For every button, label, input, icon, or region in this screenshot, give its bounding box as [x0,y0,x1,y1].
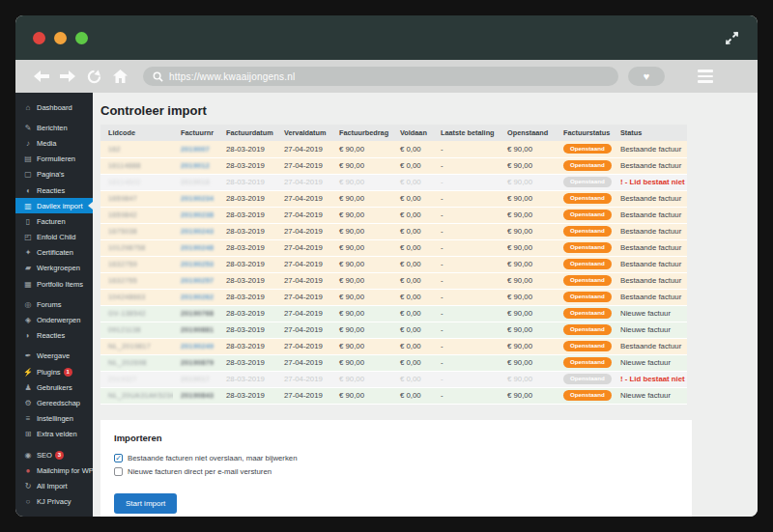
redacted-value: 162 [108,146,121,153]
invoice-row[interactable]: 16598472019023428-03-201927-04-2019€ 90,… [100,190,687,207]
sidebar-item-weergave[interactable]: ✒Weergave [15,349,93,364]
invoice-row[interactable]: 16114888201901228-03-201927-04-2019€ 90,… [100,157,687,174]
start-import-button[interactable]: Start import [114,493,177,514]
cell-factuurdatum: 28-03-2019 [218,256,276,272]
redacted-value: 09121138 [108,326,141,333]
invoice-row[interactable]: 1042486632019026228-03-201927-04-2019€ 9… [100,289,687,305]
cell-openstaand: € 90,00 [500,157,556,174]
forward-button[interactable] [57,66,78,87]
sidebar-item-media[interactable]: ♪Media [15,135,93,151]
sidebar-item-all-import[interactable]: ↻All Import [15,478,93,493]
cell-factuurstatus: Openstaand [556,338,613,354]
sidebar-item-portfolio-items[interactable]: ▦Portfolio Items [15,276,93,292]
invoice-row[interactable]: GV-1385422019076828-03-201927-04-2019€ 9… [100,305,687,322]
cell-factuurstatus: Openstaand [556,256,613,272]
checkbox-row-email-new[interactable]: Nieuwe facturen direct per e-mail verstu… [114,467,678,476]
address-bar[interactable]: https://www.kwaaijongens.nl [143,67,618,86]
invoice-row[interactable]: 1012987582019024828-03-201927-04-2019€ 9… [100,239,687,256]
invoice-row[interactable]: 2019327201901728-03-201927-04-2019€ 90,0… [100,371,687,387]
cell-factuurdatum: 28-03-2019 [218,174,276,190]
sidebar-item-onderwerpen[interactable]: ◈Onderwerpen [15,312,93,327]
sidebar-item-gebruikers[interactable]: ♟Gebruikers [15,379,93,395]
cell-laatste-betaling: - [433,272,500,289]
invoice-row[interactable]: 16750382019024328-03-201927-04-2019€ 90,… [100,223,687,239]
cell-factuurnr: 2019017 [173,371,218,387]
factuurstatus-badge: Openstaand [563,193,612,203]
invoice-row[interactable]: NL_20UA31AK52342019084328-03-201927-04-2… [100,387,687,404]
cell-voldaan: € 0,00 [392,239,433,256]
theme-icon: ◰ [23,233,33,241]
cell-lidcode: 162 [100,141,173,157]
redacted-value: 20190253 [181,261,214,267]
cell-status: Nieuwe factuur [613,387,687,404]
update-existing-checkbox[interactable]: ✓ [114,454,123,462]
sidebar-item-reacties[interactable]: ◖Reacties [15,182,93,198]
cell-status: Bestaande factuur [613,239,687,256]
maximize-window-button[interactable] [75,32,88,44]
checkbox-label: Nieuwe facturen direct per e-mail verstu… [128,467,272,476]
sidebar-item-facturen[interactable]: ▯Facturen [15,213,93,229]
invoice-row[interactable]: 16114602201901828-03-201927-04-2019€ 90,… [100,174,687,190]
sidebar-item-formulieren[interactable]: ▤Formulieren [15,152,93,167]
sidebar-item-seo[interactable]: ◉SEO3 [15,447,93,462]
sidebar-item-instellingen[interactable]: ≡Instellingen [15,411,93,427]
invoice-row[interactable]: 16327552019025728-03-201927-04-2019€ 90,… [100,272,687,289]
cell-factuurstatus: Openstaand [556,354,613,371]
cell-vervaldatum: 27-04-2019 [276,354,331,371]
cell-factuurnr: 20190243 [173,223,218,239]
topics-icon: ◈ [23,316,33,324]
sidebar-item-davilex-import[interactable]: ▥Davilex import [15,198,93,213]
sidebar-item-label: Media [37,139,56,148]
close-window-button[interactable] [33,32,45,44]
column-header-factuurdatum: Factuurdatum [218,125,276,141]
minimize-window-button[interactable] [54,32,67,44]
invoice-row[interactable]: 16327592019025328-03-201927-04-2019€ 90,… [100,256,687,272]
factuurstatus-badge: Openstaand [563,374,612,383]
email-new-invoices-checkbox[interactable] [114,467,123,476]
cell-factuurbedrag: € 90,00 [331,387,392,404]
redacted-value: 1675038 [108,228,137,235]
invoice-row[interactable]: 091211382019088128-03-201927-04-2019€ 90… [100,322,687,338]
redacted-value: 2019327 [108,376,137,382]
cell-vervaldatum: 27-04-2019 [276,141,331,157]
sidebar-item-enfold-child[interactable]: ◰Enfold Child [15,230,93,245]
sidebar-item-kj-privacy[interactable]: ○KJ Privacy [15,494,93,510]
sidebar-item-reacties[interactable]: ◗Reacties [15,328,93,344]
sidebar-item-mailchimp-for-wp[interactable]: ●Mailchimp for WP [15,462,93,478]
redacted-value: 101298758 [108,244,146,251]
workgroups-folder-icon: ▰ [23,264,33,272]
home-button[interactable] [109,66,130,87]
back-button[interactable] [31,66,52,87]
redacted-value: 20190843 [181,392,214,399]
cell-vervaldatum: 27-04-2019 [276,322,331,338]
cell-openstaand: € 90,00 [500,371,556,387]
fullscreen-expand-icon[interactable] [724,30,740,46]
cell-factuurbedrag: € 90,00 [331,371,392,387]
cell-factuurstatus: Openstaand [556,371,613,387]
sidebar-item-extra-velden[interactable]: ⊞Extra velden [15,427,93,442]
browser-menu-button[interactable] [698,70,713,82]
reload-button[interactable] [83,66,104,87]
invoice-row[interactable]: 16598422019023828-03-201927-04-2019€ 90,… [100,207,687,223]
sidebar-item-label: Gereedschap [37,399,80,407]
sidebar-item-forums[interactable]: ◎Forums [15,296,93,312]
invoice-row[interactable]: NL_20198172019024928-03-201927-04-2019€ … [100,338,687,354]
bookmark-heart-button[interactable]: ♥ [628,67,665,86]
checkbox-row-update-existing[interactable]: ✓ Bestaande facturen niet overslaan, maa… [114,454,678,462]
sidebar-item-berichten[interactable]: ✎Berichten [15,120,93,135]
cell-voldaan: € 0,00 [392,354,433,371]
cell-factuurnr: 20190249 [173,338,218,354]
all-import-icon: ↻ [23,482,33,490]
invoice-row[interactable]: NL_2026982019087928-03-201927-04-2019€ 9… [100,354,687,371]
sidebar-item-plugins[interactable]: ⚡Plugins1 [15,364,93,379]
sidebar-item-certificaten[interactable]: ✦Certificaten [15,245,93,261]
invoice-row[interactable]: 162201900728-03-201927-04-2019€ 90,00€ 0… [100,141,687,157]
cell-vervaldatum: 27-04-2019 [276,305,331,322]
cell-lidcode: 16114888 [100,157,173,174]
sidebar-item-gereedschap[interactable]: ⚙Gereedschap [15,395,93,410]
sidebar-item-werkgroepen[interactable]: ▰Werkgroepen [15,261,93,276]
sidebar-item-pagina-s[interactable]: ▢Pagina's [15,167,93,182]
cell-openstaand: € 90,00 [500,387,556,404]
sidebar-item-dashboard[interactable]: ⌂Dashboard [15,99,93,115]
cell-factuurstatus: Openstaand [556,207,613,223]
